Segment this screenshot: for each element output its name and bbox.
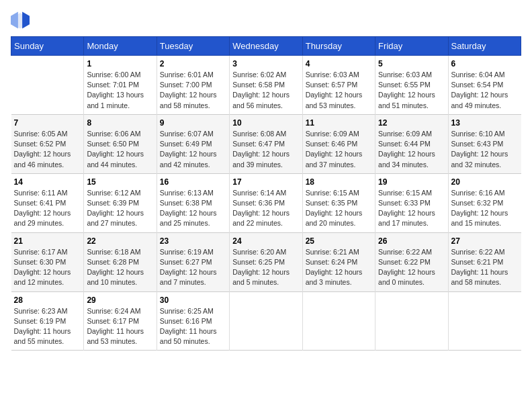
day-cell: 21Sunrise: 6:17 AM Sunset: 6:30 PM Dayli… [11,232,84,291]
day-cell: 3Sunrise: 6:02 AM Sunset: 6:58 PM Daylig… [230,56,302,115]
day-cell: 5Sunrise: 6:03 AM Sunset: 6:55 PM Daylig… [375,56,448,115]
day-number: 11 [306,118,372,128]
svg-marker-2 [11,12,18,29]
day-detail: Sunrise: 6:22 AM Sunset: 6:21 PM Dayligh… [451,247,519,288]
header-cell-tuesday: Tuesday [157,37,229,56]
day-detail: Sunrise: 6:17 AM Sunset: 6:30 PM Dayligh… [14,247,81,288]
day-number: 27 [451,236,519,246]
day-number: 16 [160,177,226,187]
day-detail: Sunrise: 6:13 AM Sunset: 6:38 PM Dayligh… [160,188,226,229]
day-detail: Sunrise: 6:22 AM Sunset: 6:22 PM Dayligh… [378,247,445,288]
day-detail: Sunrise: 6:12 AM Sunset: 6:39 PM Dayligh… [87,188,153,229]
day-number: 18 [306,177,372,187]
day-cell: 8Sunrise: 6:06 AM Sunset: 6:50 PM Daylig… [84,114,157,173]
day-number: 13 [451,118,519,128]
day-cell: 28Sunrise: 6:23 AM Sunset: 6:19 PM Dayli… [11,291,84,351]
day-cell [375,291,448,351]
day-detail: Sunrise: 6:18 AM Sunset: 6:28 PM Dayligh… [87,247,153,288]
day-detail: Sunrise: 6:16 AM Sunset: 6:32 PM Dayligh… [451,188,519,229]
day-cell [11,56,84,115]
day-cell: 17Sunrise: 6:14 AM Sunset: 6:36 PM Dayli… [230,173,302,232]
day-cell: 15Sunrise: 6:12 AM Sunset: 6:39 PM Dayli… [84,173,157,232]
day-number: 3 [232,59,299,68]
day-detail: Sunrise: 6:15 AM Sunset: 6:35 PM Dayligh… [306,188,372,229]
day-number: 24 [232,236,299,246]
day-detail: Sunrise: 6:08 AM Sunset: 6:47 PM Dayligh… [232,129,299,170]
logo [11,11,32,30]
day-number: 30 [160,295,226,305]
day-cell: 26Sunrise: 6:22 AM Sunset: 6:22 PM Dayli… [375,232,448,291]
header-cell-monday: Monday [84,37,157,56]
day-cell: 14Sunrise: 6:11 AM Sunset: 6:41 PM Dayli… [11,173,84,232]
week-row-1: 1Sunrise: 6:00 AM Sunset: 7:01 PM Daylig… [11,56,521,115]
day-cell: 12Sunrise: 6:09 AM Sunset: 6:44 PM Dayli… [375,114,448,173]
day-detail: Sunrise: 6:24 AM Sunset: 6:17 PM Dayligh… [87,306,153,347]
day-number: 10 [232,118,299,128]
day-cell: 23Sunrise: 6:19 AM Sunset: 6:27 PM Dayli… [157,232,229,291]
calendar-body: 1Sunrise: 6:00 AM Sunset: 7:01 PM Daylig… [11,56,521,351]
header-cell-saturday: Saturday [448,37,521,56]
day-number: 5 [378,59,445,68]
day-detail: Sunrise: 6:01 AM Sunset: 7:00 PM Dayligh… [160,70,226,111]
day-number: 4 [306,59,372,68]
day-number: 1 [87,59,153,68]
day-cell: 7Sunrise: 6:05 AM Sunset: 6:52 PM Daylig… [11,114,84,173]
week-row-2: 7Sunrise: 6:05 AM Sunset: 6:52 PM Daylig… [11,114,521,173]
day-number: 26 [378,236,445,246]
day-number: 7 [14,118,81,128]
day-cell: 19Sunrise: 6:15 AM Sunset: 6:33 PM Dayli… [375,173,448,232]
day-detail: Sunrise: 6:14 AM Sunset: 6:36 PM Dayligh… [232,188,299,229]
week-row-3: 14Sunrise: 6:11 AM Sunset: 6:41 PM Dayli… [11,173,521,232]
day-cell: 6Sunrise: 6:04 AM Sunset: 6:54 PM Daylig… [448,56,521,115]
day-number: 2 [160,59,226,68]
day-number: 19 [378,177,445,187]
page-header [11,11,521,30]
day-detail: Sunrise: 6:05 AM Sunset: 6:52 PM Dayligh… [14,129,81,170]
day-number: 15 [87,177,153,187]
day-number: 14 [14,177,81,187]
header-cell-wednesday: Wednesday [230,37,302,56]
day-detail: Sunrise: 6:03 AM Sunset: 6:57 PM Dayligh… [306,70,372,111]
day-detail: Sunrise: 6:06 AM Sunset: 6:50 PM Dayligh… [87,129,153,170]
day-detail: Sunrise: 6:23 AM Sunset: 6:19 PM Dayligh… [14,306,81,347]
day-cell: 11Sunrise: 6:09 AM Sunset: 6:46 PM Dayli… [302,114,375,173]
day-detail: Sunrise: 6:04 AM Sunset: 6:54 PM Dayligh… [451,70,519,111]
week-row-5: 28Sunrise: 6:23 AM Sunset: 6:19 PM Dayli… [11,291,521,351]
day-number: 29 [87,295,153,305]
day-cell: 30Sunrise: 6:25 AM Sunset: 6:16 PM Dayli… [157,291,229,351]
day-cell [302,291,375,351]
day-detail: Sunrise: 6:03 AM Sunset: 6:55 PM Dayligh… [378,70,445,111]
day-cell [448,291,521,351]
week-row-4: 21Sunrise: 6:17 AM Sunset: 6:30 PM Dayli… [11,232,521,291]
day-cell: 16Sunrise: 6:13 AM Sunset: 6:38 PM Dayli… [157,173,229,232]
header-cell-friday: Friday [375,37,448,56]
day-cell [230,291,302,351]
day-number: 17 [232,177,299,187]
header-cell-thursday: Thursday [302,37,375,56]
logo-icon [11,11,30,30]
day-number: 21 [14,236,81,246]
day-cell: 29Sunrise: 6:24 AM Sunset: 6:17 PM Dayli… [84,291,157,351]
day-number: 9 [160,118,226,128]
day-number: 28 [14,295,81,305]
day-detail: Sunrise: 6:15 AM Sunset: 6:33 PM Dayligh… [378,188,445,229]
day-cell: 18Sunrise: 6:15 AM Sunset: 6:35 PM Dayli… [302,173,375,232]
calendar-table: SundayMondayTuesdayWednesdayThursdayFrid… [11,36,521,351]
day-cell: 9Sunrise: 6:07 AM Sunset: 6:49 PM Daylig… [157,114,229,173]
day-number: 23 [160,236,226,246]
day-cell: 2Sunrise: 6:01 AM Sunset: 7:00 PM Daylig… [157,56,229,115]
day-cell: 13Sunrise: 6:10 AM Sunset: 6:43 PM Dayli… [448,114,521,173]
day-cell: 4Sunrise: 6:03 AM Sunset: 6:57 PM Daylig… [302,56,375,115]
day-detail: Sunrise: 6:19 AM Sunset: 6:27 PM Dayligh… [160,247,226,288]
svg-marker-1 [22,12,30,29]
day-number: 8 [87,118,153,128]
day-detail: Sunrise: 6:00 AM Sunset: 7:01 PM Dayligh… [87,70,153,111]
day-cell: 1Sunrise: 6:00 AM Sunset: 7:01 PM Daylig… [84,56,157,115]
day-number: 20 [451,177,519,187]
day-number: 22 [87,236,153,246]
day-detail: Sunrise: 6:20 AM Sunset: 6:25 PM Dayligh… [232,247,299,288]
day-cell: 25Sunrise: 6:21 AM Sunset: 6:24 PM Dayli… [302,232,375,291]
day-cell: 24Sunrise: 6:20 AM Sunset: 6:25 PM Dayli… [230,232,302,291]
day-detail: Sunrise: 6:09 AM Sunset: 6:44 PM Dayligh… [378,129,445,170]
day-detail: Sunrise: 6:21 AM Sunset: 6:24 PM Dayligh… [306,247,372,288]
